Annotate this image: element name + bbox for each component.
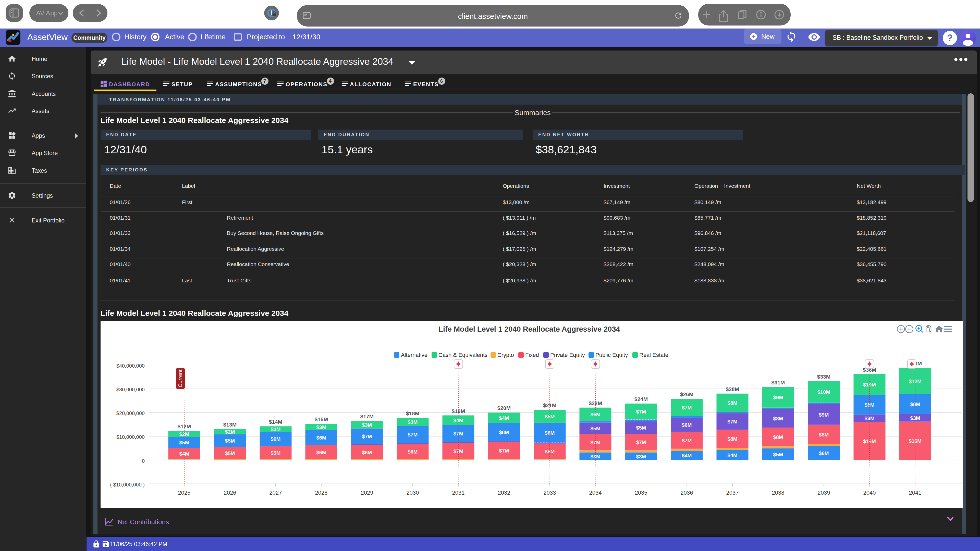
svg-text:$19M: $19M bbox=[452, 408, 465, 414]
svg-text:$6M: $6M bbox=[682, 422, 692, 428]
svg-text:$26M: $26M bbox=[680, 391, 694, 397]
svg-text:Crypto: Crypto bbox=[497, 352, 514, 358]
svg-text:2039: 2039 bbox=[818, 489, 830, 496]
svg-text:2025: 2025 bbox=[178, 489, 191, 496]
svg-text:$5M: $5M bbox=[225, 451, 235, 456]
svg-text:( $10,000,000 ): ( $10,000,000 ) bbox=[110, 482, 145, 487]
svg-text:2034: 2034 bbox=[589, 489, 602, 496]
svg-text:2026: 2026 bbox=[224, 489, 236, 496]
svg-text:0: 0 bbox=[142, 458, 145, 464]
svg-text:$30,000,000: $30,000,000 bbox=[116, 387, 145, 392]
svg-text:$31M: $31M bbox=[772, 380, 785, 386]
svg-text:$7M: $7M bbox=[728, 419, 738, 424]
svg-text:$10,000,000: $10,000,000 bbox=[116, 434, 145, 440]
svg-text:Private Equity: Private Equity bbox=[550, 352, 585, 358]
svg-text:2030: 2030 bbox=[407, 489, 419, 496]
svg-text:$7M: $7M bbox=[408, 432, 418, 437]
svg-text:$3M: $3M bbox=[362, 422, 372, 428]
svg-text:$7M: $7M bbox=[453, 431, 463, 437]
svg-text:$22M: $22M bbox=[589, 400, 602, 406]
svg-text:$28M: $28M bbox=[726, 386, 739, 392]
svg-text:$9M: $9M bbox=[819, 412, 829, 418]
svg-text:$20,000,000: $20,000,000 bbox=[116, 410, 145, 416]
svg-text:Real Estate: Real Estate bbox=[639, 352, 668, 358]
svg-text:$7M: $7M bbox=[453, 448, 463, 454]
svg-text:$7M: $7M bbox=[636, 409, 646, 414]
svg-text:$24M: $24M bbox=[635, 396, 648, 402]
svg-text:$5M: $5M bbox=[225, 438, 235, 444]
svg-text:$5M: $5M bbox=[590, 426, 600, 431]
svg-text:2027: 2027 bbox=[269, 489, 282, 496]
svg-text:$8M: $8M bbox=[910, 402, 920, 407]
svg-text:Public Equity: Public Equity bbox=[595, 352, 628, 358]
svg-text:$4M: $4M bbox=[682, 453, 692, 458]
svg-text:2038: 2038 bbox=[772, 489, 784, 496]
svg-text:$14M: $14M bbox=[269, 419, 283, 425]
svg-text:$20M: $20M bbox=[497, 405, 511, 411]
svg-text:2032: 2032 bbox=[498, 489, 511, 496]
svg-text:$7M: $7M bbox=[362, 433, 372, 439]
svg-text:2028: 2028 bbox=[315, 489, 328, 496]
svg-text:$3M: $3M bbox=[317, 424, 326, 430]
svg-text:$10M: $10M bbox=[863, 382, 876, 387]
svg-text:$18M: $18M bbox=[406, 410, 420, 416]
svg-text:2029: 2029 bbox=[361, 489, 373, 496]
svg-text:$3M: $3M bbox=[271, 427, 281, 432]
svg-text:$4M: $4M bbox=[453, 418, 463, 423]
svg-text:$8M: $8M bbox=[728, 436, 738, 442]
svg-text:2031: 2031 bbox=[452, 489, 465, 496]
svg-text:2037: 2037 bbox=[726, 489, 739, 496]
svg-text:$3M: $3M bbox=[408, 419, 418, 425]
svg-text:Fixed: Fixed bbox=[525, 352, 539, 358]
svg-text:$6M: $6M bbox=[317, 435, 326, 441]
svg-text:Cash & Equivalents: Cash & Equivalents bbox=[438, 352, 487, 358]
svg-text:$6M: $6M bbox=[545, 449, 555, 454]
svg-text:Alternative: Alternative bbox=[401, 352, 428, 358]
svg-text:$7M: $7M bbox=[499, 448, 509, 454]
svg-text:$2M: $2M bbox=[180, 431, 189, 437]
svg-text:$9M: $9M bbox=[773, 395, 783, 400]
svg-text:$5M: $5M bbox=[271, 450, 281, 456]
svg-text:$6M: $6M bbox=[819, 451, 829, 456]
svg-text:$6M: $6M bbox=[408, 449, 418, 454]
svg-text:Current: Current bbox=[177, 369, 183, 387]
svg-text:$5M: $5M bbox=[773, 452, 783, 457]
svg-text:$5M: $5M bbox=[636, 425, 646, 430]
svg-text:2036: 2036 bbox=[681, 489, 693, 496]
svg-text:$6M: $6M bbox=[271, 436, 281, 442]
svg-text:$6M: $6M bbox=[590, 412, 600, 417]
svg-text:$8M: $8M bbox=[819, 432, 829, 437]
svg-text:$4M: $4M bbox=[180, 451, 189, 457]
svg-text:$7M: $7M bbox=[636, 440, 646, 445]
svg-text:$3M: $3M bbox=[865, 416, 875, 421]
svg-text:$2M: $2M bbox=[225, 429, 235, 435]
svg-text:$33M: $33M bbox=[817, 374, 831, 380]
svg-text:$4M: $4M bbox=[728, 453, 738, 458]
svg-text:$13M: $13M bbox=[223, 422, 237, 427]
svg-text:$21M: $21M bbox=[543, 402, 557, 408]
svg-text:$8M: $8M bbox=[728, 400, 738, 406]
svg-text:$15M: $15M bbox=[315, 416, 328, 422]
svg-text:$10M: $10M bbox=[818, 389, 830, 395]
svg-text:$8M: $8M bbox=[773, 416, 783, 421]
svg-text:$16M: $16M bbox=[863, 438, 876, 444]
svg-text:$8M: $8M bbox=[773, 434, 783, 440]
svg-text:$17M: $17M bbox=[360, 413, 374, 419]
svg-text:Life Model Level 1 2040 Reallo: Life Model Level 1 2040 Reallocate Aggre… bbox=[438, 325, 620, 333]
svg-text:2035: 2035 bbox=[635, 489, 648, 496]
svg-text:$16M: $16M bbox=[909, 438, 921, 444]
svg-text:$7M: $7M bbox=[682, 438, 692, 443]
svg-text:2041: 2041 bbox=[909, 489, 921, 496]
svg-text:$4M: $4M bbox=[499, 415, 509, 421]
svg-text:$5M: $5M bbox=[545, 414, 555, 419]
svg-text:2033: 2033 bbox=[544, 489, 556, 496]
svg-text:$6M: $6M bbox=[317, 450, 326, 455]
svg-text:$8M: $8M bbox=[499, 430, 509, 435]
svg-text:$40,000,000: $40,000,000 bbox=[116, 363, 145, 368]
svg-text:$7M: $7M bbox=[682, 405, 692, 410]
svg-text:$8M: $8M bbox=[865, 402, 875, 408]
svg-text:2040: 2040 bbox=[863, 489, 876, 496]
svg-text:$8M: $8M bbox=[545, 430, 555, 436]
svg-text:$6M: $6M bbox=[362, 450, 372, 455]
svg-text:$3M: $3M bbox=[636, 454, 646, 459]
